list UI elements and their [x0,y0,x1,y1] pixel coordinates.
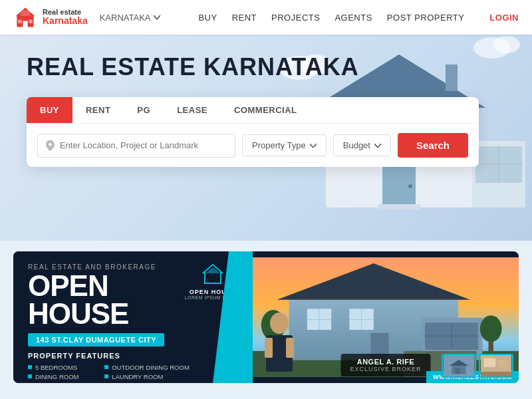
thumbnail-house-1 [443,355,475,376]
svg-point-16 [408,184,412,188]
logo-text: Real estate Karnataka [43,8,88,26]
svg-rect-3 [29,20,32,23]
thumbnail-1 [442,354,476,378]
tab-lease[interactable]: LEASE [164,97,221,123]
property-type-button[interactable]: Property Type [242,134,327,156]
nav-post-property[interactable]: POST PROPERTY [387,13,465,23]
feature-bedrooms: 5 BEDROOMS [28,364,94,371]
banner-right: ANGEL A. RIFE EXCLUSIVE BROKER WWW.REALE… [253,251,519,383]
feature-dot-1 [28,365,32,369]
tab-rent[interactable]: RENT [72,97,124,123]
search-box: BUY RENT PG LEASE COMMERCIAL Property Ty… [27,97,479,167]
feature-dot-2 [28,374,32,378]
feature-outdoor: OUTDOOR DINING ROOM [104,364,190,371]
feature-dot-5 [104,374,108,378]
budget-button[interactable]: Budget [333,134,391,156]
svg-rect-1 [21,10,30,16]
open-house-banner: REAL ESTATE AND BROKERAGE OPEN HOUSE 143… [13,251,519,383]
svg-point-47 [480,315,502,342]
nav-buy[interactable]: BUY [198,13,217,23]
agent-role: EXCLUSIVE BROKER [350,366,421,372]
svg-rect-51 [286,338,294,358]
features-left-col: 5 BEDROOMS DINING ROOM 2 KITCHEN ROOMS [28,364,94,383]
feature-dining: DINING ROOM [28,373,94,380]
svg-rect-8 [446,65,458,91]
location-button[interactable]: KARNATAKA [100,13,160,23]
features-right-col: OUTDOOR DINING ROOM LAUNDRY ROOM [104,364,190,383]
chevron-down-icon [154,14,160,21]
budget-chevron-icon [374,144,381,148]
banner-address: 143 ST.CLAY DUMAGUETE CITY [28,333,164,346]
navbar: Real estate Karnataka KARNATAKA BUY RENT… [0,0,532,35]
feature-dot-4 [104,365,108,369]
agent-person [259,310,299,383]
search-row: Property Type Budget Search [27,124,479,167]
open-house-logo-icon [202,263,223,285]
location-input[interactable] [60,140,227,150]
feature-laundry: LAUNDRY ROOM [104,373,190,380]
svg-rect-58 [483,358,495,366]
svg-rect-17 [378,204,420,209]
location-input-wrap [37,134,235,158]
banner-thumbnails [442,354,513,378]
svg-rect-59 [499,360,507,367]
nav-projects[interactable]: PROJECTS [271,13,320,23]
logo: Real estate Karnataka [13,5,88,29]
tab-commercial[interactable]: COMMERCIAL [221,97,311,123]
svg-rect-50 [265,338,273,358]
agent-name: ANGEL A. RIFE [350,358,421,366]
banner-section: REAL ESTATE AND BROKERAGE OPEN HOUSE 143… [0,241,532,383]
search-button[interactable]: Search [398,133,468,158]
thumbnail-2 [479,354,513,378]
svg-rect-55 [456,368,460,374]
agent-silhouette [259,310,299,383]
tab-pg[interactable]: PG [124,97,164,123]
main-nav: BUY RENT PROJECTS AGENTS POST PROPERTY [180,13,483,23]
banner-features: 5 BEDROOMS DINING ROOM 2 KITCHEN ROOMS O… [28,364,238,383]
nav-agents[interactable]: AGENTS [334,13,372,23]
logo-line2: Karnataka [43,16,88,26]
banner-features-title: PROPERTY FEATURES [28,352,238,360]
svg-rect-15 [382,161,416,207]
location-pin-icon [46,140,55,152]
hero-section: REAL ESTATE KARNATAKA BUY RENT PG LEASE … [0,35,532,241]
search-tabs: BUY RENT PG LEASE COMMERCIAL [27,97,479,124]
tab-buy[interactable]: BUY [27,97,72,123]
svg-rect-57 [481,372,511,376]
location-label: KARNATAKA [100,13,151,23]
banner-left: REAL ESTATE AND BROKERAGE OPEN HOUSE 143… [13,251,253,383]
logo-icon [13,5,37,29]
agent-card: ANGEL A. RIFE EXCLUSIVE BROKER [340,354,430,376]
nav-rent[interactable]: RENT [232,13,257,23]
svg-rect-2 [18,20,21,23]
svg-point-48 [270,313,289,334]
thumbnail-interior [480,355,512,376]
hero-title: REAL ESTATE KARNATAKA [27,53,359,81]
svg-point-25 [493,36,520,53]
property-type-chevron-icon [310,144,317,148]
login-button[interactable]: LOGIN [489,13,519,23]
feature-kitchen: 2 KITCHEN ROOMS [28,382,94,383]
